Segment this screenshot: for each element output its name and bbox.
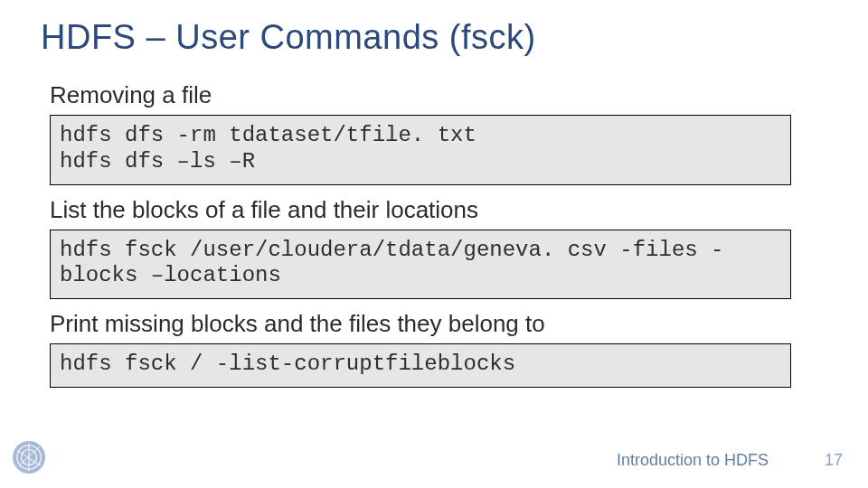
- slide-title: HDFS – User Commands (fsck): [41, 18, 536, 57]
- section-label: Print missing blocks and the files they …: [50, 310, 818, 338]
- cern-logo-icon: [13, 441, 45, 474]
- slide-content: Removing a file hdfs dfs -rm tdataset/tf…: [50, 81, 818, 397]
- section-label: List the blocks of a file and their loca…: [50, 196, 818, 224]
- code-block: hdfs fsck /user/cloudera/tdata/geneva. c…: [50, 230, 791, 300]
- section-label: Removing a file: [50, 81, 818, 109]
- code-block: hdfs fsck / -list-corruptfileblocks: [50, 343, 791, 388]
- page-number: 17: [825, 451, 843, 470]
- slide: HDFS – User Commands (fsck) Removing a f…: [0, 0, 868, 488]
- slide-footer: Introduction to HDFS 17: [0, 446, 868, 475]
- code-block: hdfs dfs -rm tdataset/tfile. txt hdfs df…: [50, 115, 791, 185]
- footer-text: Introduction to HDFS: [617, 451, 769, 470]
